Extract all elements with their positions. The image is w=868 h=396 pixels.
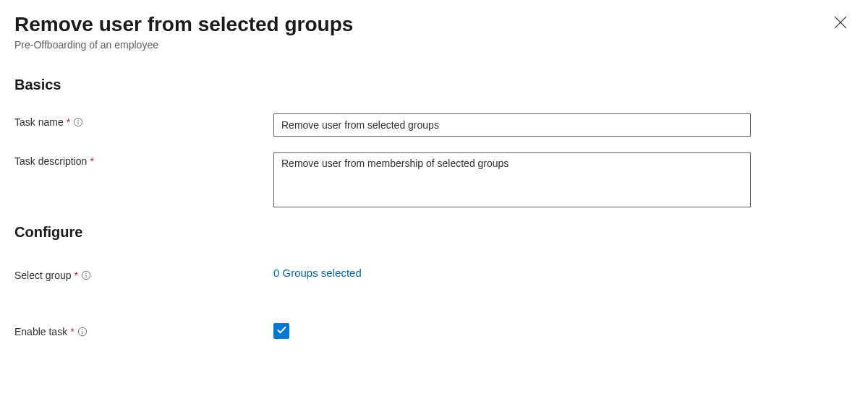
select-group-label: Select group * [14, 267, 273, 281]
task-description-label: Task description * [14, 152, 273, 167]
panel-subtitle: Pre-Offboarding of an employee [14, 39, 854, 51]
close-icon [834, 16, 847, 31]
select-group-label-text: Select group [14, 270, 72, 281]
close-button[interactable] [830, 13, 851, 33]
task-name-label-text: Task name [14, 116, 64, 128]
select-group-row: Select group * 0 Groups selected [14, 267, 854, 281]
task-name-row: Task name * [14, 113, 854, 137]
info-icon[interactable] [81, 270, 91, 280]
enable-task-checkbox[interactable] [273, 323, 289, 339]
info-icon[interactable] [73, 117, 83, 127]
panel-title: Remove user from selected groups [14, 12, 854, 38]
required-marker: * [75, 270, 78, 281]
enable-task-label-text: Enable task [14, 326, 67, 337]
task-name-input[interactable] [273, 113, 751, 137]
section-configure-heading: Configure [14, 224, 854, 241]
task-description-label-text: Task description [14, 155, 87, 167]
required-marker: * [70, 326, 74, 337]
checkmark-icon [276, 324, 287, 337]
info-icon[interactable] [77, 327, 88, 337]
svg-point-3 [78, 120, 79, 121]
required-marker: * [67, 116, 70, 128]
task-description-row: Task description * [14, 152, 854, 210]
task-name-label: Task name * [14, 113, 273, 128]
section-basics-heading: Basics [14, 77, 854, 93]
enable-task-label: Enable task * [14, 323, 273, 337]
svg-point-9 [82, 330, 82, 330]
task-description-input[interactable] [273, 152, 751, 207]
svg-point-6 [85, 273, 86, 274]
required-marker: * [90, 155, 93, 167]
enable-task-row: Enable task * [14, 323, 854, 339]
select-group-link[interactable]: 0 Groups selected [273, 267, 362, 279]
